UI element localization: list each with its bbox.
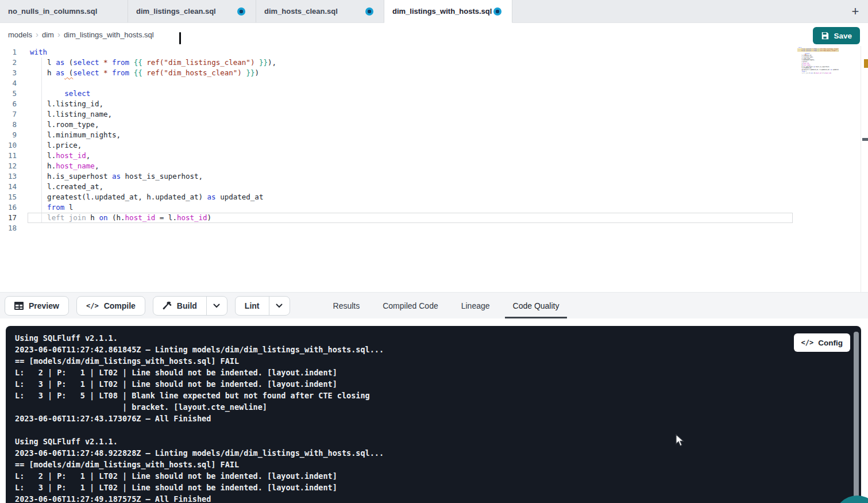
build-button[interactable]: Build [153,297,206,315]
line-number: 6 [0,99,17,109]
terminal-line: L: 2 | P: 1 | LT02 | Line should not be … [15,367,384,378]
build-split-button: Build [153,296,227,316]
file-tab-bar: no_nulls_in_columns.sqldim_listings_clea… [0,0,868,23]
hammer-icon [163,301,172,310]
code-line[interactable]: l.price, [30,140,276,151]
code-line[interactable]: left join h on (h.host_id = l.host_id) [30,213,276,223]
text-caret [179,32,181,44]
code-line[interactable]: h as (select * from {{ ref("dim_hosts_cl… [30,68,276,78]
chevron-down-icon [213,304,220,308]
terminal-line: 2023-06-06T11:27:49.187575Z — All Finish… [15,493,384,503]
line-number: 11 [0,151,17,161]
terminal-line [15,424,384,436]
code-line[interactable]: h as (select * from {{ ref("dim_hosts_cl… [798,51,839,52]
tab-dim-listings-clean-sql[interactable]: dim_listings_clean.sql [128,0,256,22]
code-line[interactable]: l as (select * from {{ ref("dim_listings… [30,57,276,68]
file-tabs: no_nulls_in_columns.sqldim_listings_clea… [0,0,512,22]
line-number: 16 [0,202,17,213]
tab-results[interactable]: Results [325,293,368,318]
floppy-disk-icon [821,32,829,40]
lint-dropdown-button[interactable] [269,297,290,315]
action-toolbar: Preview </> Compile Build Lint [0,292,868,318]
code-line[interactable]: h.host_name, [30,161,276,171]
code-line[interactable] [30,223,276,233]
modified-dot-icon [493,7,501,16]
line-number: 8 [0,120,17,130]
code-line[interactable]: l.listing_name, [30,109,276,120]
code-line[interactable]: h.is_superhost as host_is_superhost, [30,171,276,182]
code-line[interactable]: with [30,47,276,57]
terminal-panel: Using SQLFluff v2.1.1.2023-06-06T11:27:4… [6,326,861,503]
code-icon: </> [801,339,814,347]
lint-label: Lint [245,301,260,310]
modified-dot-icon [365,7,373,16]
code-line[interactable]: greatest(l.updated_at, h.updated_at) as … [30,192,276,202]
code-content[interactable]: with l as (select * from {{ ref("dim_lis… [30,47,276,233]
code-line[interactable] [798,75,839,76]
tab-compiled-code[interactable]: Compiled Code [375,293,446,318]
code-line[interactable]: from l [30,202,276,213]
save-label: Save [834,32,852,40]
line-number: 2 [0,57,17,68]
tab-label: dim_listings_with_hosts.sql [392,7,492,16]
overview-ruler-marker [862,138,868,141]
terminal-scrollbar[interactable] [854,332,859,499]
code-line[interactable]: l.created_at, [30,182,276,192]
line-number: 1 [0,47,17,57]
save-button[interactable]: Save [813,27,860,44]
tab-dim-hosts-clean-sql[interactable]: dim_hosts_clean.sql [256,0,384,22]
config-button[interactable]: </> Config [794,333,850,352]
terminal-line: L: 3 | P: 1 | LT02 | Line should not be … [15,378,384,390]
build-dropdown-button[interactable] [206,297,227,315]
line-number: 14 [0,182,17,192]
minimap[interactable]: with l as (select * from {{ ref("dim_lis… [798,47,839,116]
tab-label: dim_listings_clean.sql [136,7,216,16]
chevron-right-icon: › [57,29,60,39]
tab-lineage[interactable]: Lineage [453,293,498,318]
lint-warning-marker [864,59,868,68]
lint-button[interactable]: Lint [236,297,269,315]
terminal-line: | bracket. [layout.cte_newline] [15,401,384,413]
code-line[interactable]: l.minimum_nights, [30,130,276,140]
code-editor[interactable]: 123456789101112131415161718 with l as (s… [0,46,868,292]
line-number: 13 [0,171,17,182]
line-number: 3 [0,68,17,78]
code-line[interactable]: select [30,89,276,99]
terminal-line: == [models/dim/dim_listings_with_hosts.s… [15,459,384,470]
code-line[interactable]: l.host_id, [30,151,276,161]
terminal-line: 2023-06-06T11:27:42.861845Z — Linting mo… [15,344,384,355]
line-number: 15 [0,192,17,202]
tab-code-quality[interactable]: Code Quality [505,293,568,318]
terminal-line: 2023-06-06T11:27:43.173076Z — All Finish… [15,413,384,424]
app-window: { "tabs": { "items": [ { "label": "no_nu… [0,0,868,503]
terminal-line: L: 2 | P: 1 | LT02 | Line should not be … [15,470,384,482]
breadcrumb-bar: models›dim›dim_listings_with_hosts.sql [0,23,868,46]
line-number: 10 [0,140,17,151]
code-icon: </> [86,302,99,310]
compile-label: Compile [104,301,136,310]
tab-label: dim_hosts_clean.sql [264,7,338,16]
line-number-gutter: 123456789101112131415161718 [0,47,17,233]
breadcrumb-item[interactable]: dim_listings_with_hosts.sql [64,30,154,39]
terminal-line: Using SQLFluff v2.1.1. [15,436,384,447]
terminal-line: == [models/dim/dim_listings_with_hosts.s… [15,355,384,367]
build-label: Build [177,301,197,310]
tab-dim-listings-with-hosts-sql[interactable]: dim_listings_with_hosts.sql [384,0,512,23]
code-line[interactable] [30,78,276,89]
plus-icon: + [852,4,859,19]
code-line[interactable]: l.listing_id, [30,99,276,109]
line-number: 9 [0,130,17,140]
preview-button[interactable]: Preview [5,296,69,316]
config-label: Config [818,339,843,347]
breadcrumb-item[interactable]: models [8,30,32,39]
terminal-line: Using SQLFluff v2.1.1. [15,332,384,344]
compile-button[interactable]: </> Compile [76,296,145,316]
preview-label: Preview [29,301,59,310]
new-tab-button[interactable]: + [843,0,868,22]
tab-no-nulls-in-columns-sql[interactable]: no_nulls_in_columns.sql [0,0,128,22]
overview-ruler-track [861,46,861,292]
breadcrumb: models›dim›dim_listings_with_hosts.sql [8,30,154,40]
lint-split-button: Lint [235,296,290,316]
code-line[interactable]: l.room_type, [30,120,276,130]
breadcrumb-item[interactable]: dim [42,30,54,39]
